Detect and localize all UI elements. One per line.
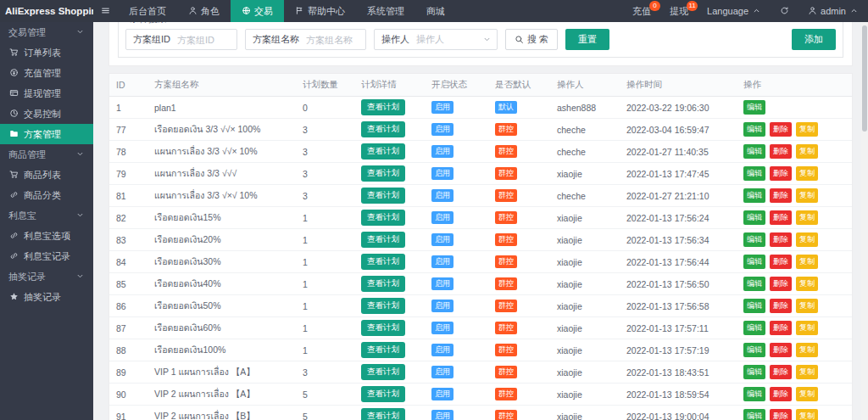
view-plan-button[interactable]: 查看计划 (361, 165, 405, 182)
edit-button[interactable]: 编辑 (743, 277, 765, 291)
edit-button[interactable]: 编辑 (743, 100, 765, 115)
edit-button[interactable]: 编辑 (743, 343, 765, 357)
status-badge[interactable]: 启用 (431, 123, 453, 135)
delete-button[interactable]: 删除 (770, 409, 792, 420)
status-badge[interactable]: 启用 (431, 145, 453, 157)
default-badge[interactable]: 群控 (495, 145, 517, 157)
hamburger-menu-icon[interactable] (93, 0, 118, 22)
vertical-scrollbar[interactable] (861, 22, 868, 420)
copy-button[interactable]: 复制 (796, 144, 818, 159)
copy-button[interactable]: 复制 (796, 122, 818, 137)
nav-tab[interactable]: 帮助中心 (284, 0, 356, 22)
view-plan-button[interactable]: 查看计划 (361, 386, 405, 402)
default-badge[interactable]: 群控 (495, 344, 517, 356)
operator-select[interactable]: 操作人 操作人 (374, 29, 498, 50)
status-badge[interactable]: 启用 (431, 255, 453, 267)
status-badge[interactable]: 启用 (431, 211, 453, 223)
delete-button[interactable]: 删除 (770, 122, 792, 137)
sidebar-item[interactable]: 充值管理 (0, 63, 93, 83)
status-badge[interactable]: 启用 (431, 388, 453, 400)
copy-button[interactable]: 复制 (796, 299, 818, 313)
copy-button[interactable]: 复制 (796, 210, 818, 225)
status-badge[interactable]: 启用 (431, 322, 453, 333)
plan-group-name-input[interactable] (306, 31, 365, 48)
sidebar-item[interactable]: 利息宝选项 (0, 226, 93, 246)
default-badge[interactable]: 群控 (495, 255, 517, 267)
edit-button[interactable]: 编辑 (743, 166, 765, 181)
delete-button[interactable]: 删除 (770, 299, 792, 313)
nav-tab[interactable]: 交易 (231, 0, 284, 22)
view-plan-button[interactable]: 查看计划 (361, 320, 405, 336)
edit-button[interactable]: 编辑 (743, 387, 765, 401)
reset-button[interactable]: 重置 (565, 29, 609, 50)
status-badge[interactable]: 启用 (431, 189, 453, 201)
edit-button[interactable]: 编辑 (743, 232, 765, 247)
search-button[interactable]: 搜 索 (505, 29, 558, 50)
copy-button[interactable]: 复制 (796, 387, 818, 401)
sidebar-item[interactable]: 交易控制 (0, 104, 93, 124)
view-plan-button[interactable]: 查看计划 (361, 210, 405, 226)
edit-button[interactable]: 编辑 (743, 122, 765, 137)
default-badge[interactable]: 群控 (495, 189, 517, 201)
delete-button[interactable]: 删除 (770, 277, 792, 291)
default-badge[interactable]: 群控 (495, 277, 517, 289)
default-badge[interactable]: 群控 (495, 388, 517, 400)
copy-button[interactable]: 复制 (796, 321, 818, 335)
nav-tab[interactable]: 商城 (415, 0, 456, 22)
view-plan-button[interactable]: 查看计划 (361, 99, 405, 115)
delete-button[interactable]: 删除 (770, 166, 792, 181)
delete-button[interactable]: 删除 (770, 365, 792, 379)
view-plan-button[interactable]: 查看计划 (361, 188, 405, 204)
status-badge[interactable]: 启用 (431, 366, 453, 378)
status-badge[interactable]: 启用 (431, 344, 453, 356)
default-badge[interactable]: 群控 (495, 211, 517, 223)
status-badge[interactable]: 启用 (431, 101, 453, 113)
view-plan-button[interactable]: 查看计划 (361, 298, 405, 314)
status-badge[interactable]: 启用 (431, 277, 453, 289)
edit-button[interactable]: 编辑 (743, 409, 765, 420)
refresh-button[interactable] (771, 0, 798, 22)
view-plan-button[interactable]: 查看计划 (361, 254, 405, 270)
delete-button[interactable]: 删除 (770, 255, 792, 269)
status-badge[interactable]: 启用 (431, 167, 453, 179)
copy-button[interactable]: 复制 (796, 365, 818, 379)
sidebar-item[interactable]: 方案管理 (0, 124, 93, 144)
delete-button[interactable]: 删除 (770, 188, 792, 203)
edit-button[interactable]: 编辑 (743, 188, 765, 203)
edit-button[interactable]: 编辑 (743, 365, 765, 379)
edit-button[interactable]: 编辑 (743, 321, 765, 335)
status-badge[interactable]: 启用 (431, 300, 453, 311)
nav-recharge[interactable]: 充值0 (623, 0, 660, 22)
plan-group-id-input[interactable] (177, 31, 236, 48)
delete-button[interactable]: 删除 (770, 232, 792, 247)
edit-button[interactable]: 编辑 (743, 299, 765, 313)
scrollbar-thumb[interactable] (862, 25, 867, 132)
delete-button[interactable]: 删除 (770, 387, 792, 401)
nav-withdraw[interactable]: 提现11 (660, 0, 698, 22)
sidebar-item[interactable]: 提现管理 (0, 83, 93, 104)
add-button[interactable]: 添加 (792, 29, 836, 50)
edit-button[interactable]: 编辑 (743, 210, 765, 225)
sidebar-item[interactable]: 商品分类 (0, 185, 93, 205)
default-badge[interactable]: 群控 (495, 300, 517, 311)
default-badge[interactable]: 默认 (495, 101, 517, 113)
nav-tab[interactable]: 后台首页 (118, 0, 177, 22)
delete-button[interactable]: 删除 (770, 210, 792, 225)
sidebar-group[interactable]: 利息宝 (0, 205, 93, 226)
copy-button[interactable]: 复制 (796, 343, 818, 357)
default-badge[interactable]: 群控 (495, 123, 517, 135)
copy-button[interactable]: 复制 (796, 232, 818, 247)
sidebar-group[interactable]: 抽奖记录 (0, 266, 93, 287)
view-plan-button[interactable]: 查看计划 (361, 364, 405, 380)
nav-tab[interactable]: 角色 (177, 0, 231, 22)
default-badge[interactable]: 群控 (495, 366, 517, 378)
copy-button[interactable]: 复制 (796, 409, 818, 420)
delete-button[interactable]: 删除 (770, 321, 792, 335)
user-menu[interactable]: admin (798, 0, 868, 22)
edit-button[interactable]: 编辑 (743, 144, 765, 159)
sidebar-item[interactable]: 商品列表 (0, 165, 93, 185)
sidebar-item[interactable]: 利息宝记录 (0, 246, 93, 266)
status-badge[interactable]: 启用 (431, 233, 453, 245)
copy-button[interactable]: 复制 (796, 188, 818, 203)
view-plan-button[interactable]: 查看计划 (361, 232, 405, 248)
